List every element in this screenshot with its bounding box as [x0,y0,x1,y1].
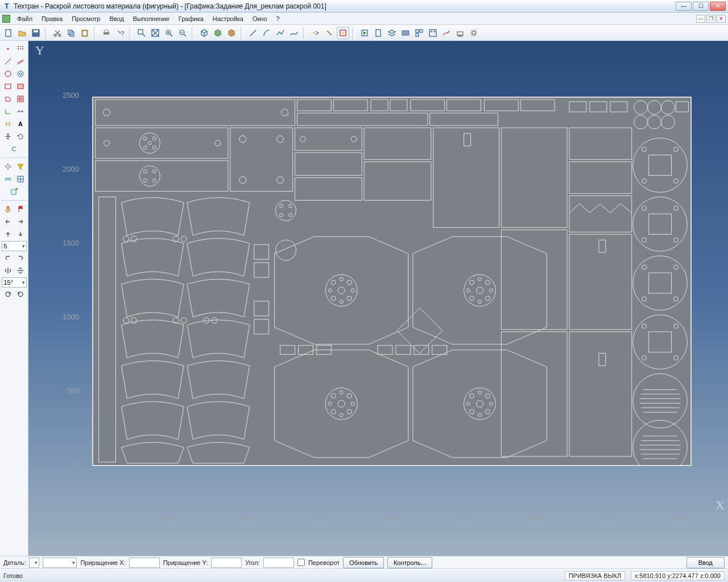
new-button[interactable] [2,27,15,39]
line-tool[interactable] [247,27,259,39]
undo-tool[interactable] [9,143,20,155]
update-button[interactable]: Обновить [343,557,384,568]
angle-input[interactable] [263,558,294,568]
doc-close[interactable]: ✕ [717,15,726,23]
dimension-tool[interactable] [2,118,14,130]
detail-icon-combo[interactable] [29,558,39,568]
angle-combo[interactable]: 15° [2,277,27,288]
rot-right[interactable] [15,252,26,264]
target-tool[interactable] [15,68,26,80]
status-snap[interactable]: ПРИВЯЗКА ВЫКЛ [565,571,625,580]
close-button[interactable]: ✕ [710,2,726,11]
save-button[interactable] [30,27,42,39]
array-tool[interactable] [15,93,26,105]
line-tool-2[interactable] [2,56,14,67]
menu-window[interactable]: Окно [248,14,272,24]
move-tool[interactable] [2,131,14,142]
doc-minimize[interactable]: — [696,15,705,23]
link-tool[interactable] [2,173,14,185]
doc-restore[interactable]: ❐ [706,15,715,23]
up-arrow[interactable] [2,228,14,240]
circle-tool[interactable] [2,68,14,80]
snap-3-active[interactable] [337,27,349,39]
menu-input[interactable]: Ввод [105,14,128,24]
control-button[interactable]: Контроль... [387,557,432,568]
menu-view[interactable]: Просмотр [67,14,105,24]
gear-tool[interactable] [2,161,14,172]
print-button[interactable] [100,27,113,39]
path-button[interactable] [440,27,453,39]
snap-1[interactable] [309,27,322,39]
open-button[interactable] [16,27,28,39]
add-tool[interactable]: + [9,186,20,197]
dy-input[interactable] [211,558,242,568]
material-button[interactable] [399,27,412,39]
maximize-button[interactable]: ☐ [693,2,709,11]
nest-button[interactable] [427,27,439,39]
paste-button[interactable] [78,27,91,39]
menu-exec[interactable]: Выполнение [129,14,174,24]
machine-button[interactable] [454,27,466,39]
left-arrow[interactable] [2,216,14,227]
detail-combo[interactable] [43,558,77,568]
text-tool[interactable]: A [15,118,26,130]
rect-fill-tool[interactable] [15,81,26,92]
arc-tool[interactable] [260,27,273,39]
parallel-tool[interactable] [15,56,26,67]
graphics-canvas[interactable]: Y X 2500 2000 1500 1000 500 0 0 500 1000… [28,41,728,556]
run-button[interactable] [358,27,371,39]
svg-point-36 [20,46,21,47]
x-tick: 3000 [527,513,543,522]
flip-h[interactable] [2,265,14,276]
zoom-out-button[interactable] [176,27,189,39]
polyline-tool[interactable] [274,27,287,39]
copy-button[interactable] [65,27,77,39]
flip-v[interactable] [15,265,26,276]
zoom-in-button[interactable] [163,27,175,39]
snap-2[interactable] [323,27,336,39]
dx-input[interactable] [129,558,160,568]
right-arrow[interactable] [15,216,26,227]
flag-tool[interactable] [15,203,26,215]
cut-button[interactable] [51,27,64,39]
menu-edit[interactable]: Правка [37,14,67,24]
hand-tool[interactable] [2,203,14,215]
coord-tool[interactable] [2,106,14,117]
step-combo[interactable]: 5 [2,241,27,251]
svg-point-99 [148,142,151,145]
svg-rect-44 [5,84,11,89]
enter-button[interactable]: Ввод [686,557,725,568]
layers-button[interactable] [386,27,398,39]
rect-tool[interactable] [2,81,14,92]
doc-button[interactable] [372,27,384,39]
view-shade-button[interactable] [225,27,238,39]
svg-rect-142 [501,230,567,329]
help-tool-button[interactable]: ? [114,27,126,39]
menu-graphics[interactable]: Графика [174,14,208,24]
rot-left[interactable] [2,252,14,264]
down-arrow[interactable] [15,228,26,240]
menu-file[interactable]: Файл [13,14,37,24]
point-tool[interactable] [2,43,14,55]
flip-checkbox[interactable] [297,559,305,566]
zoom-window-button[interactable] [135,27,148,39]
view-iso-button[interactable] [212,27,224,39]
measure-tool[interactable] [15,106,26,117]
settings-button[interactable] [468,27,480,39]
parts-button[interactable] [413,27,425,39]
grid-tool[interactable] [15,43,26,55]
table-tool[interactable] [15,173,26,185]
menu-settings[interactable]: Настройка [208,14,248,24]
minimize-button[interactable]: — [676,2,692,11]
svg-rect-126 [433,128,499,227]
filter-tool[interactable] [15,161,26,172]
svg-rect-167 [254,263,269,277]
rotate-tool[interactable] [15,131,26,142]
view-3d-button[interactable] [198,27,210,39]
refresh-cw[interactable] [15,289,26,300]
spline-tool[interactable] [288,27,300,39]
refresh-ccw[interactable] [2,289,14,300]
menu-help[interactable]: ? [272,14,284,24]
zoom-all-button[interactable] [149,27,162,39]
contour-tool[interactable] [2,93,14,105]
